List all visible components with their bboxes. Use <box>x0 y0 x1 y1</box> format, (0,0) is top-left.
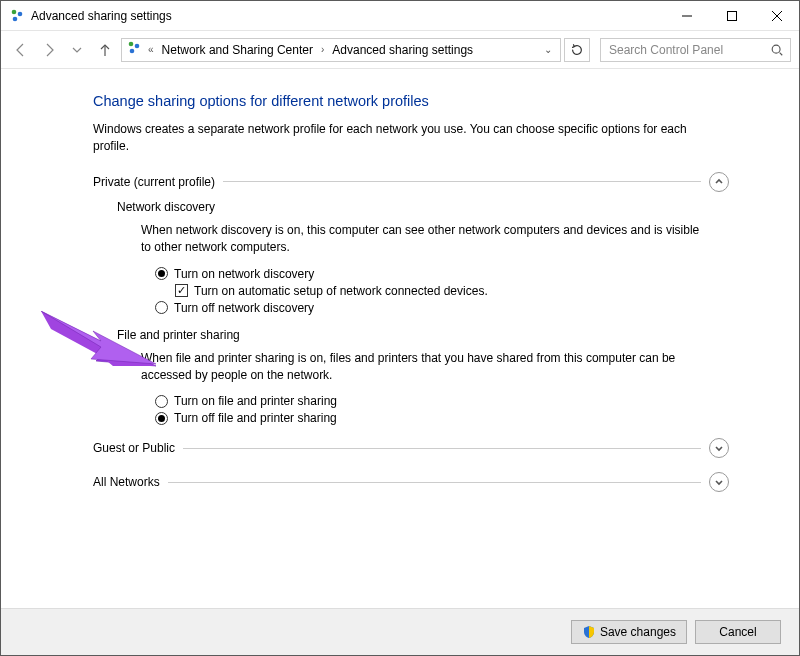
breadcrumb-parent[interactable]: Network and Sharing Center <box>160 43 315 57</box>
svg-point-10 <box>772 45 780 53</box>
file-printer-description: When file and printer sharing is on, fil… <box>141 350 701 385</box>
expand-icon[interactable] <box>709 472 729 492</box>
title-bar: Advanced sharing settings <box>1 1 799 31</box>
recent-locations-button[interactable] <box>65 38 89 62</box>
save-changes-button[interactable]: Save changes <box>571 620 687 644</box>
forward-button[interactable] <box>37 38 61 62</box>
back-button[interactable] <box>9 38 33 62</box>
content-area: Change sharing options for different net… <box>1 71 799 607</box>
maximize-button[interactable] <box>709 1 754 30</box>
subsection-header-file-printer: File and printer sharing <box>117 328 729 342</box>
checkbox-label: Turn on automatic setup of network conne… <box>194 284 488 298</box>
window-title: Advanced sharing settings <box>31 9 172 23</box>
subsection-label: Network discovery <box>117 200 215 214</box>
address-dropdown-icon[interactable]: ⌄ <box>540 44 556 55</box>
svg-point-7 <box>129 42 134 47</box>
collapse-icon[interactable] <box>709 172 729 192</box>
bottom-bar: Save changes Cancel <box>1 608 799 655</box>
radio-turn-on-file-printer[interactable]: Turn on file and printer sharing <box>155 394 729 408</box>
radio-icon <box>155 301 168 314</box>
radio-turn-off-file-printer[interactable]: Turn off file and printer sharing <box>155 411 729 425</box>
network-discovery-options: Turn on network discovery Turn on automa… <box>155 267 729 315</box>
expand-icon[interactable] <box>709 438 729 458</box>
divider <box>223 181 701 182</box>
svg-point-0 <box>12 9 17 14</box>
button-label: Save changes <box>600 625 676 639</box>
checkbox-icon <box>175 284 188 297</box>
page-intro: Windows creates a separate network profi… <box>93 121 713 156</box>
window-buttons <box>664 1 799 30</box>
radio-turn-on-network-discovery[interactable]: Turn on network discovery <box>155 267 729 281</box>
address-icon <box>126 40 142 59</box>
radio-icon <box>155 412 168 425</box>
svg-point-9 <box>130 49 135 54</box>
shield-icon <box>582 625 596 639</box>
page-title: Change sharing options for different net… <box>93 93 729 109</box>
radio-icon <box>155 267 168 280</box>
button-label: Cancel <box>719 625 756 639</box>
section-label-guest: Guest or Public <box>93 441 175 455</box>
svg-rect-4 <box>727 11 736 20</box>
checkbox-auto-setup[interactable]: Turn on automatic setup of network conne… <box>175 284 729 298</box>
app-icon <box>9 8 25 24</box>
divider <box>183 448 701 449</box>
close-button[interactable] <box>754 1 799 30</box>
radio-turn-off-network-discovery[interactable]: Turn off network discovery <box>155 301 729 315</box>
minimize-button[interactable] <box>664 1 709 30</box>
radio-icon <box>155 395 168 408</box>
navigation-bar: « Network and Sharing Center › Advanced … <box>1 31 799 69</box>
chevron-right-icon: › <box>319 44 326 55</box>
section-label-private: Private (current profile) <box>93 175 215 189</box>
file-printer-options: Turn on file and printer sharing Turn of… <box>155 394 729 425</box>
search-input[interactable] <box>607 42 784 58</box>
breadcrumb-current[interactable]: Advanced sharing settings <box>330 43 475 57</box>
radio-label: Turn on network discovery <box>174 267 314 281</box>
search-icon <box>770 43 784 60</box>
section-label-all: All Networks <box>93 475 160 489</box>
svg-point-1 <box>18 11 23 16</box>
radio-label: Turn off network discovery <box>174 301 314 315</box>
chevron-left-icon: « <box>146 44 156 55</box>
search-box[interactable] <box>600 38 791 62</box>
radio-label: Turn off file and printer sharing <box>174 411 337 425</box>
section-header-private[interactable]: Private (current profile) <box>93 172 729 192</box>
section-header-all-networks[interactable]: All Networks <box>93 472 729 492</box>
refresh-button[interactable] <box>564 38 590 62</box>
divider <box>168 482 701 483</box>
up-button[interactable] <box>93 38 117 62</box>
subsection-header-network-discovery: Network discovery <box>117 200 729 214</box>
section-header-guest[interactable]: Guest or Public <box>93 438 729 458</box>
svg-line-11 <box>780 52 783 55</box>
subsection-label: File and printer sharing <box>117 328 240 342</box>
address-bar[interactable]: « Network and Sharing Center › Advanced … <box>121 38 561 62</box>
svg-point-8 <box>135 44 140 49</box>
radio-label: Turn on file and printer sharing <box>174 394 337 408</box>
cancel-button[interactable]: Cancel <box>695 620 781 644</box>
network-discovery-description: When network discovery is on, this compu… <box>141 222 701 257</box>
svg-point-2 <box>13 16 18 21</box>
